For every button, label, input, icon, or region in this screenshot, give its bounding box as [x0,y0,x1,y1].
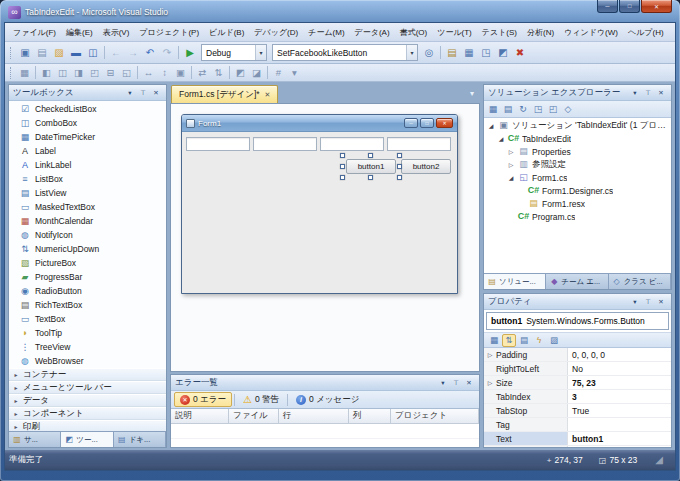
menu-item[interactable]: テスト(S) [477,26,522,39]
toolbox-item[interactable]: ▦MonthCalendar [9,214,166,228]
snap-to-grid-icon[interactable]: ▦ [17,65,32,80]
menu-item[interactable]: デバッグ(D) [249,26,303,39]
pin-icon[interactable]: ⊤ [450,377,462,388]
menu-item[interactable]: 書式(O) [395,26,433,39]
same-height-icon[interactable]: ↕ [157,65,172,80]
column-header[interactable]: 列 [349,409,391,423]
toolbox-item[interactable]: ▭MaskedTextBox [9,200,166,214]
property-value-cell[interactable]: 75, 23 [568,376,671,389]
property-value-cell[interactable]: True [568,404,671,417]
open-file-icon[interactable]: ▨ [51,45,67,60]
button2-control[interactable]: button2 [401,159,451,174]
panel-tab[interactable]: ▤ソリュー... [484,274,546,289]
window-menu-icon[interactable]: ▾ [124,87,136,98]
panel-tab[interactable]: ▥サ... [9,432,61,447]
column-header[interactable]: プロジェクト [391,409,479,423]
same-size-icon[interactable]: ▣ [173,65,188,80]
close-icon[interactable]: ✕ [150,87,162,98]
navigate-forward-icon[interactable]: → [125,45,141,60]
toolbox-item[interactable]: ◗ToolTip [9,326,166,340]
solution-explorer-icon[interactable]: ▤ [444,45,460,60]
close-button[interactable]: ✕ [641,0,672,13]
resize-handle[interactable] [397,175,402,180]
undo-icon[interactable]: ↶ [142,45,158,60]
design-form1[interactable]: Form1 ─ □ ✕ button1 [181,114,458,294]
startup-object-combo[interactable]: SetFacebookLikeButton ▾ [272,44,418,61]
textbox-control[interactable] [387,137,451,151]
resize-handle[interactable] [340,164,345,169]
panel-tab[interactable]: ◩ツー... [61,432,113,447]
tree-item[interactable]: ◢◱Form1.cs [484,171,671,184]
form-titlebar[interactable]: Form1 ─ □ ✕ [182,115,457,132]
collapse-icon[interactable]: ◢ [497,135,505,142]
resize-handle[interactable] [340,153,345,158]
add-item-icon[interactable]: ▤ [34,45,50,60]
warning-filter-button[interactable]: ⚠0 警告 [237,392,285,407]
tree-item[interactable]: C#Form1.Designer.cs [484,184,671,197]
toolbox-item[interactable]: ▤ListView [9,186,166,200]
error-filter-button[interactable]: ✕0 エラー [174,392,232,407]
align-lefts-icon[interactable]: ◧ [39,65,54,80]
property-row[interactable]: TextAlignMiddleCenter [484,446,671,447]
expand-icon[interactable]: ▷ [486,379,494,386]
navigate-back-icon[interactable]: ← [108,45,124,60]
send-to-back-icon[interactable]: ◪ [249,65,264,80]
toolbox-item[interactable]: ALabel [9,144,166,158]
tree-item[interactable]: ▷▤Properties [484,145,671,158]
menu-item[interactable]: 編集(E) [61,26,98,39]
textbox-control[interactable] [320,137,384,151]
resize-handle[interactable] [397,153,402,158]
property-row[interactable]: Tag [484,418,671,432]
property-value-cell[interactable] [568,418,671,431]
pin-icon[interactable]: ⊤ [642,87,654,98]
maximize-button[interactable]: □ [619,0,640,13]
property-row[interactable]: TabIndex3 [484,390,671,404]
error-list-header[interactable]: エラー一覧 ▾ ⊤ ✕ [171,375,479,391]
tree-item[interactable]: C#Program.cs [484,210,671,223]
chevron-down-icon[interactable]: ▾ [406,45,417,60]
textbox-control[interactable] [253,137,317,151]
toolbox-item[interactable]: ◉RadioButton [9,284,166,298]
toolbox-item[interactable]: ◍NotifyIcon [9,228,166,242]
collapse-icon[interactable]: ◢ [487,122,495,129]
start-debug-icon[interactable]: ▶ [182,45,198,60]
panel-tab[interactable]: ▤ドキ... [114,432,166,447]
property-row[interactable]: ▷Size75, 23 [484,376,671,390]
resize-handle[interactable] [368,153,373,158]
toolbox-item[interactable]: ▧PictureBox [9,256,166,270]
find-in-files-icon[interactable]: ◎ [421,45,437,60]
property-pages-icon[interactable]: ▨ [547,334,561,347]
column-header[interactable]: 説明 [171,409,229,423]
tree-item[interactable]: ▤Form1.resx [484,197,671,210]
panel-tab[interactable]: ◇クラス ビ... [609,274,671,289]
tree-item[interactable]: ◢▣ソリューション 'TabIndexEdit' (1 プロジェクト) [484,119,671,132]
toolbox-header[interactable]: ツールボックス ▾ ⊤ ✕ [9,85,166,101]
properties-header[interactable]: プロパティ ▾ ⊤ ✕ [484,294,671,310]
button1-control[interactable]: button1 [346,159,396,174]
panel-tab[interactable]: ◆チーム エ... [546,274,608,289]
object-selector-combo[interactable]: button1 System.Windows.Forms.Button [486,312,669,330]
solution-explorer-header[interactable]: ソリューション エクスプローラー ▾ ⊤ ✕ [484,85,671,101]
toolbox-item[interactable]: ALinkLabel [9,158,166,172]
properties-window-icon[interactable]: ▦ [461,45,477,60]
toolbar-grip[interactable] [10,67,13,79]
menu-item[interactable]: ファイル(F) [8,26,61,39]
titlebar[interactable]: ∞ TabIndexEdit - Microsoft Visual Studio [4,2,676,22]
chevron-down-icon[interactable]: ▾ [470,89,479,98]
toolbox-item[interactable]: ▰ProgressBar [9,270,166,284]
solution-configuration-combo[interactable]: Debug ▾ [201,44,267,61]
forms-designer-canvas[interactable]: Form1 ─ □ ✕ button1 [170,103,480,372]
window-menu-icon[interactable]: ▾ [629,296,641,307]
toolbox-item[interactable]: ☑CheckedListBox [9,102,166,116]
window-menu-icon[interactable]: ▾ [437,377,449,388]
close-icon[interactable]: ✕ [655,87,667,98]
property-value-cell[interactable]: 0, 0, 0, 0 [568,348,671,361]
toolbox-category[interactable]: ▸メニューとツール バー [9,381,166,394]
pin-icon[interactable]: ⊤ [642,296,654,307]
menu-item[interactable]: ツール(T) [432,26,477,39]
toolbar-grip[interactable] [10,47,13,59]
toolbar-options-icon[interactable]: ▾ [287,65,302,80]
column-header[interactable]: 行 [279,409,349,423]
menu-item[interactable]: チーム(M) [303,26,349,39]
close-icon[interactable]: ✕ [463,377,475,388]
